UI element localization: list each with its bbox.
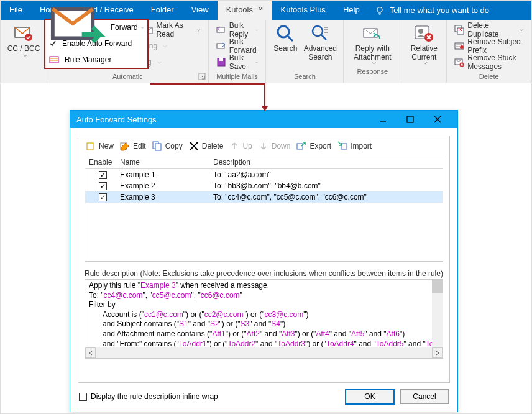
forward-dropdown: Forward Enable Auto Forward Rule Manager — [44, 19, 149, 69]
enable-checkbox[interactable] — [99, 182, 107, 190]
envelope-check-icon — [14, 24, 34, 44]
table-row[interactable]: Example 1To: "aa2@a.com" — [85, 169, 443, 180]
tab-kutools[interactable]: Kutools ™ — [218, 1, 272, 20]
chevron-down-icon — [423, 61, 428, 65]
ccbcc-button[interactable]: CC / BCC — [4, 22, 43, 59]
forward-label: Forward — [111, 23, 138, 32]
edit-label: Edit — [133, 142, 146, 150]
enable-checkbox[interactable] — [99, 171, 107, 179]
rule-desc-cell: To: "aa2@a.com" — [209, 170, 443, 179]
svg-rect-10 — [219, 58, 223, 61]
edit-icon — [120, 141, 130, 151]
rule-desc-cell: To: "bb3@b.com", "bb4@b.com" — [209, 182, 443, 190]
search-icon — [275, 24, 295, 44]
advanced-search-button[interactable]: Advanced Search — [301, 22, 339, 71]
col-header-description[interactable]: Description — [209, 158, 443, 167]
mark-as-read-button[interactable]: Mark As Read — [139, 22, 204, 37]
tab-view[interactable]: View — [183, 1, 218, 20]
display-inline-wrap-label: Display the rule description inline wrap — [91, 392, 218, 401]
tab-kutools-plus[interactable]: Kutools Plus — [272, 1, 334, 20]
svg-point-15 — [418, 29, 423, 34]
bulk-reply-label: Bulk Reply — [229, 21, 250, 39]
rule-name-cell: Example 2 — [116, 182, 209, 190]
edit-button[interactable]: Edit — [120, 141, 146, 151]
scroll-track[interactable] — [96, 347, 432, 358]
chevron-down-icon — [157, 60, 162, 65]
reply-with-attachment-button[interactable]: Reply with Attachment — [347, 22, 397, 67]
reply-attachment-icon — [362, 24, 382, 44]
advanced-search-icon — [310, 24, 330, 44]
display-inline-wrap-checkbox[interactable] — [79, 393, 87, 401]
svg-point-12 — [313, 26, 323, 36]
close-icon — [434, 116, 441, 123]
ok-button[interactable]: OK — [346, 389, 394, 404]
bulk-forward-label: Bulk Forward — [229, 37, 259, 55]
svg-rect-28 — [297, 144, 303, 149]
search-button[interactable]: Search — [270, 22, 301, 71]
remove-stuck-messages-button[interactable]: Remove Stuck Messages — [451, 55, 527, 70]
horizontal-scrollbar[interactable] — [85, 347, 443, 358]
tell-me-box[interactable]: Tell me what you want to do — [369, 1, 495, 20]
relative-current-button[interactable]: Relative Current — [405, 22, 443, 67]
delete-button[interactable]: Delete — [189, 141, 224, 151]
copy-button[interactable]: Copy — [152, 141, 183, 151]
down-label: Down — [272, 142, 291, 150]
rule-name-cell: Example 3 — [116, 193, 209, 201]
minimize-button[interactable] — [369, 111, 397, 128]
import-button[interactable]: Import — [337, 141, 372, 151]
copy-label: Copy — [165, 142, 183, 150]
chevron-down-icon — [197, 28, 200, 32]
col-header-enable[interactable]: Enable — [85, 158, 116, 167]
dialog-launcher-icon[interactable] — [198, 73, 207, 81]
forward-split-button[interactable]: Forward — [45, 20, 147, 35]
tell-me-label: Tell me what you want to do — [390, 6, 489, 15]
ribbon-group-response: Reply with Attachment Response — [344, 20, 401, 83]
import-icon — [337, 141, 347, 151]
col-header-name[interactable]: Name — [116, 158, 209, 167]
new-button[interactable]: New — [86, 141, 114, 151]
maximize-button[interactable] — [397, 111, 424, 128]
chevron-down-icon — [141, 25, 144, 30]
relative-current-label: Relative Current — [411, 45, 438, 62]
remove-stuck-messages-label: Remove Stuck Messages — [467, 53, 523, 71]
minimize-icon — [379, 116, 387, 123]
tab-folder[interactable]: Folder — [142, 1, 183, 20]
ribbon-group-label-search: Search — [270, 71, 339, 83]
ribbon-group-label-automatic: Automatic — [51, 71, 204, 83]
chevron-down-icon — [255, 60, 258, 65]
ribbon-group-search: Search Advanced Search Search — [266, 20, 344, 83]
enable-checkbox[interactable] — [99, 193, 107, 201]
delete-duplicate-button[interactable]: Delete Duplicate — [451, 22, 527, 37]
remove-subject-prefix-button[interactable]: Remove Subject Prefix — [451, 39, 527, 53]
close-button[interactable] — [424, 111, 451, 128]
scroll-right-button[interactable] — [432, 347, 443, 358]
rule-name-cell: Example 1 — [116, 170, 209, 179]
tab-file[interactable]: File — [1, 1, 31, 20]
rule-description-content[interactable]: Apply this rule "Example 3" when receive… — [85, 280, 443, 358]
arrow-up-icon — [229, 141, 239, 151]
ribbon-group-label-response: Response — [357, 67, 388, 78]
table-row[interactable]: Example 3To: "cc4@c.com", "cc5@c.com", "… — [85, 191, 443, 203]
lightbulb-icon — [375, 6, 385, 16]
up-button[interactable]: Up — [229, 141, 252, 151]
vertical-scrollbar[interactable] — [432, 280, 443, 347]
rule-manager-label: Rule Manager — [65, 55, 111, 64]
copy-icon — [152, 141, 162, 151]
new-label: New — [99, 142, 114, 150]
dialog-titlebar[interactable]: Auto Forward Settings — [70, 111, 457, 128]
partial-button-tting[interactable]: tting — [139, 39, 204, 53]
scroll-left-button[interactable] — [85, 347, 96, 358]
ribbon-group-ccbcc: CC / BCC — [1, 20, 47, 83]
bulk-save-label: Bulk Save — [229, 53, 250, 71]
tab-help[interactable]: Help — [334, 1, 369, 20]
cancel-button[interactable]: Cancel — [400, 389, 449, 404]
partial-button-ng[interactable]: ng — [139, 55, 204, 70]
export-button[interactable]: Export — [296, 141, 331, 151]
ribbon-group-relative-current: Relative Current — [401, 20, 447, 83]
table-row[interactable]: Example 2To: "bb3@b.com", "bb4@b.com" — [85, 180, 443, 191]
bulk-save-button[interactable]: Bulk Save — [213, 55, 262, 70]
bulk-reply-button[interactable]: Bulk Reply — [213, 22, 262, 37]
bulk-forward-button[interactable]: Bulk Forward — [213, 39, 262, 53]
remove-stuck-icon — [454, 57, 464, 67]
down-button[interactable]: Down — [259, 141, 291, 151]
